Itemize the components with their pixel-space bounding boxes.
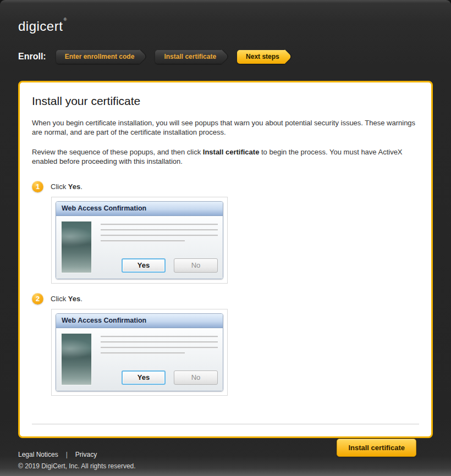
mock-web-access-dialog: Web Access Confirmation Yes xyxy=(56,313,223,391)
step-2-header: 2 Click Yes. xyxy=(32,293,419,305)
mock-dialog-body: Yes No xyxy=(56,328,223,391)
mock-web-access-dialog: Web Access Confirmation Yes xyxy=(56,201,223,279)
breadcrumb: Enter enrollment code Install certificat… xyxy=(56,50,300,64)
registered-trademark-mark: ® xyxy=(63,17,67,22)
mock-dialog-titlebar: Web Access Confirmation xyxy=(56,202,223,216)
step-enter-enrollment-code[interactable]: Enter enrollment code xyxy=(56,50,140,64)
card-divider xyxy=(32,424,419,424)
step-2: 2 Click Yes. Web Access Confirmation xyxy=(32,293,419,396)
mock-text-line xyxy=(101,347,218,348)
intro-paragraph: When you begin certificate installation,… xyxy=(32,118,420,137)
step-install-certificate-label: Install certificate xyxy=(164,53,216,60)
mock-yes-button: Yes xyxy=(122,370,166,385)
mock-dialog-content: Yes No xyxy=(101,333,218,385)
review-text-pre: Review the sequence of these popups, and… xyxy=(32,148,203,156)
mock-dialog-text-lines xyxy=(101,336,218,358)
mock-dialog-text-lines xyxy=(101,224,218,246)
step-2-number-badge: 2 xyxy=(32,293,43,305)
mock-yes-button: Yes xyxy=(122,258,166,273)
review-text-bold: Install certificate xyxy=(203,148,260,156)
step-next-steps-active[interactable]: Next steps xyxy=(237,50,285,64)
step-install-certificate[interactable]: Install certificate xyxy=(155,50,222,64)
step-1: 1 Click Yes. Web Access Confirmation xyxy=(32,181,419,284)
step-1-instruction-post: . xyxy=(80,182,82,191)
page-title: Install your certificate xyxy=(32,95,419,108)
install-certificate-button[interactable]: Install certificate xyxy=(337,439,416,457)
mock-text-line xyxy=(101,341,218,343)
step-1-number-badge: 1 xyxy=(32,181,43,192)
step-enter-enrollment-code-label: Enter enrollment code xyxy=(65,53,135,60)
step-next-steps-label: Next steps xyxy=(246,53,279,60)
mock-dialog-content: Yes No xyxy=(101,221,218,273)
enroll-label: Enroll: xyxy=(18,52,46,62)
step-2-instruction-post: . xyxy=(80,295,82,303)
step-2-instruction: Click Yes. xyxy=(51,295,82,303)
enroll-progress-bar: Enroll: Enter enrollment code Install ce… xyxy=(18,49,451,64)
mock-dialog-body: Yes No xyxy=(56,216,223,279)
step-1-dialog-screenshot: Web Access Confirmation Yes xyxy=(51,197,228,284)
step-1-header: 1 Click Yes. xyxy=(32,181,419,192)
mock-text-line xyxy=(101,229,218,231)
page-background: digicert® Enroll: Enter enrollment code … xyxy=(0,0,451,476)
app-header: digicert® xyxy=(0,0,451,34)
mock-dialog-titlebar: Web Access Confirmation xyxy=(56,314,223,328)
step-2-instruction-pre: Click xyxy=(51,295,68,303)
step-1-instruction: Click Yes. xyxy=(51,182,82,191)
mock-text-line xyxy=(101,235,218,236)
mock-text-line xyxy=(101,336,218,337)
copyright-text: © 2019 DigiCert, Inc. All rights reserve… xyxy=(18,462,451,470)
mock-dialog-buttons: Yes No xyxy=(101,370,218,385)
mock-no-button: No xyxy=(174,370,218,385)
step-1-instruction-pre: Click xyxy=(51,182,68,191)
step-1-instruction-bold: Yes xyxy=(68,182,80,191)
digicert-logo-text: digicert xyxy=(18,19,63,34)
mock-dialog-buttons: Yes No xyxy=(101,258,218,273)
mock-text-line xyxy=(101,240,185,242)
mock-dialog-certificate-image xyxy=(61,221,92,273)
digicert-logo: digicert® xyxy=(18,19,67,34)
step-2-dialog-screenshot: Web Access Confirmation Yes xyxy=(51,309,228,396)
card-actions: Install certificate xyxy=(32,439,416,457)
step-2-instruction-bold: Yes xyxy=(68,295,80,303)
mock-no-button: No xyxy=(174,258,218,273)
mock-text-line xyxy=(101,352,185,354)
mock-text-line xyxy=(101,224,218,225)
mock-dialog-certificate-image xyxy=(61,333,92,385)
review-paragraph: Review the sequence of these popups, and… xyxy=(32,147,420,166)
content-card: Install your certificate When you begin … xyxy=(18,81,433,438)
